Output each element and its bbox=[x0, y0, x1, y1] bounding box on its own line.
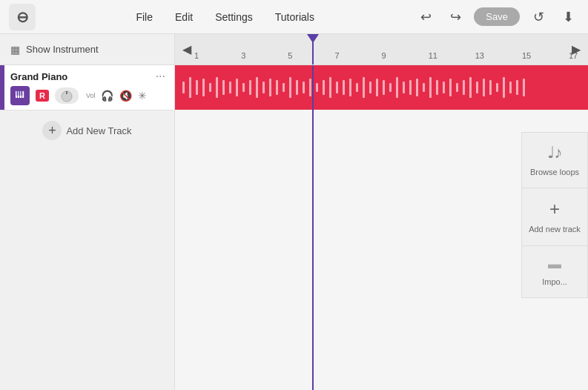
vol-knob[interactable] bbox=[55, 87, 79, 104]
track-row: Grand Piano ··· bbox=[0, 65, 174, 110]
plus-circle-icon: + bbox=[42, 121, 62, 140]
loop-button[interactable]: ↺ bbox=[527, 6, 549, 28]
vol-label: Vol bbox=[86, 92, 96, 99]
pattern-bar bbox=[323, 80, 325, 95]
menu-settings[interactable]: Settings bbox=[211, 8, 257, 26]
pattern-bar bbox=[483, 79, 485, 96]
track-region bbox=[175, 65, 588, 110]
pattern-bar bbox=[202, 79, 205, 96]
pattern-bar bbox=[403, 82, 405, 93]
pattern-bar bbox=[283, 83, 285, 92]
svg-rect-6 bbox=[22, 91, 23, 96]
track-clip[interactable] bbox=[175, 65, 588, 110]
app-logo: ⊖ bbox=[9, 4, 36, 30]
rec-button[interactable]: R bbox=[36, 90, 49, 102]
svg-rect-4 bbox=[17, 91, 19, 96]
top-bar-left: ⊖ bbox=[9, 4, 36, 30]
pattern-bar bbox=[303, 82, 305, 93]
pattern-bar bbox=[349, 79, 351, 96]
pattern-bar bbox=[423, 83, 425, 92]
track-clip-pattern bbox=[182, 77, 581, 98]
pattern-bar bbox=[436, 80, 438, 95]
pattern-bar bbox=[329, 77, 331, 98]
track-more-button[interactable]: ··· bbox=[153, 70, 168, 83]
pattern-bar bbox=[356, 83, 358, 92]
ruler-mark-11: 11 bbox=[429, 51, 437, 60]
svg-rect-5 bbox=[19, 91, 21, 96]
pattern-bar bbox=[336, 82, 338, 93]
ruler-mark-13: 13 bbox=[475, 51, 484, 60]
download-button[interactable]: ⬇ bbox=[557, 6, 579, 28]
add-track-row[interactable]: + Add New Track bbox=[0, 110, 174, 151]
pattern-bar bbox=[236, 79, 238, 96]
pattern-bar bbox=[369, 82, 371, 93]
pattern-bar bbox=[416, 79, 418, 96]
scroll-left-arrow[interactable]: ◀ bbox=[182, 42, 191, 56]
save-button[interactable]: Save bbox=[474, 7, 520, 26]
pattern-bar bbox=[476, 82, 478, 93]
pattern-bar bbox=[309, 79, 311, 96]
ruler-mark-15: 15 bbox=[522, 51, 531, 60]
pattern-bar bbox=[276, 80, 278, 95]
pattern-bar bbox=[409, 80, 412, 95]
browse-loops-card[interactable]: ♩♪ Browse loops bbox=[521, 132, 588, 188]
add-new-track-label: Add new track bbox=[529, 224, 581, 234]
pattern-bar bbox=[429, 77, 432, 98]
menu-edit[interactable]: Edit bbox=[171, 8, 197, 26]
add-new-track-card[interactable]: + Add new track bbox=[521, 188, 588, 245]
pattern-bar bbox=[396, 77, 398, 98]
show-instrument-bar[interactable]: ▦ Show Instrument bbox=[0, 34, 174, 65]
pattern-bar bbox=[489, 80, 492, 95]
headphones-icon[interactable]: 🎧 bbox=[101, 90, 113, 102]
pattern-bar bbox=[363, 77, 365, 98]
pattern-bar bbox=[523, 79, 525, 96]
right-overlays: ♩♪ Browse loops + Add new track ▬ Impo..… bbox=[521, 132, 588, 298]
import-label: Impo... bbox=[542, 277, 567, 287]
pattern-bar bbox=[182, 82, 185, 93]
track-info: Grand Piano ··· bbox=[4, 65, 174, 110]
track-controls: R Vol 🎧 🔇 ✳ bbox=[10, 86, 168, 105]
ruler-mark-1: 1 bbox=[194, 51, 199, 60]
menu-file[interactable]: File bbox=[131, 8, 157, 26]
pattern-bar bbox=[269, 79, 271, 96]
top-bar-center: File Edit Settings Tutorials bbox=[131, 8, 318, 26]
pattern-bar bbox=[296, 80, 298, 95]
pattern-bar bbox=[249, 80, 251, 95]
pattern-bar bbox=[316, 83, 318, 92]
browse-loops-icon: ♩♪ bbox=[547, 143, 563, 162]
top-bar: ⊖ File Edit Settings Tutorials ↩ ↪ Save … bbox=[0, 0, 588, 34]
pattern-bar bbox=[516, 80, 518, 95]
track-name: Grand Piano bbox=[10, 71, 67, 82]
menu-tutorials[interactable]: Tutorials bbox=[271, 8, 319, 26]
import-card[interactable]: ▬ Impo... bbox=[521, 246, 588, 298]
pattern-bar bbox=[376, 79, 378, 96]
pattern-bar bbox=[262, 82, 265, 93]
pattern-bar bbox=[256, 77, 258, 98]
pattern-bar bbox=[229, 82, 231, 93]
top-bar-right: ↩ ↪ Save ↺ ⬇ bbox=[414, 6, 579, 28]
timeline-ruler: ◀ 1 3 5 7 9 11 13 15 17 ▶ bbox=[175, 34, 588, 65]
ruler-mark-9: 9 bbox=[382, 51, 386, 60]
ruler-mark-5: 5 bbox=[288, 51, 292, 60]
show-instrument-label: Show Instrument bbox=[26, 44, 99, 55]
ruler-mark-7: 7 bbox=[334, 51, 339, 60]
redo-button[interactable]: ↪ bbox=[444, 6, 466, 28]
mute-icon[interactable]: 🔇 bbox=[119, 90, 132, 102]
pattern-bar bbox=[216, 77, 218, 98]
undo-button[interactable]: ↩ bbox=[414, 6, 437, 28]
track-name-row: Grand Piano ··· bbox=[10, 70, 168, 83]
pattern-bar bbox=[343, 80, 345, 95]
star-icon[interactable]: ✳ bbox=[138, 90, 147, 102]
grid-icon: ▦ bbox=[10, 44, 20, 56]
pattern-bar bbox=[463, 80, 465, 95]
pattern-bar bbox=[503, 77, 505, 98]
main-area: ▦ Show Instrument Grand Piano ··· bbox=[0, 34, 588, 390]
piano-icon bbox=[15, 90, 25, 101]
svg-rect-3 bbox=[22, 91, 24, 98]
pattern-bar bbox=[496, 83, 498, 92]
track-instrument-icon bbox=[10, 86, 30, 105]
left-panel: ▦ Show Instrument Grand Piano ··· bbox=[0, 34, 175, 390]
add-track-label: Add New Track bbox=[66, 125, 131, 136]
add-track-plus-icon: + bbox=[549, 199, 560, 219]
pattern-bar bbox=[383, 80, 385, 95]
